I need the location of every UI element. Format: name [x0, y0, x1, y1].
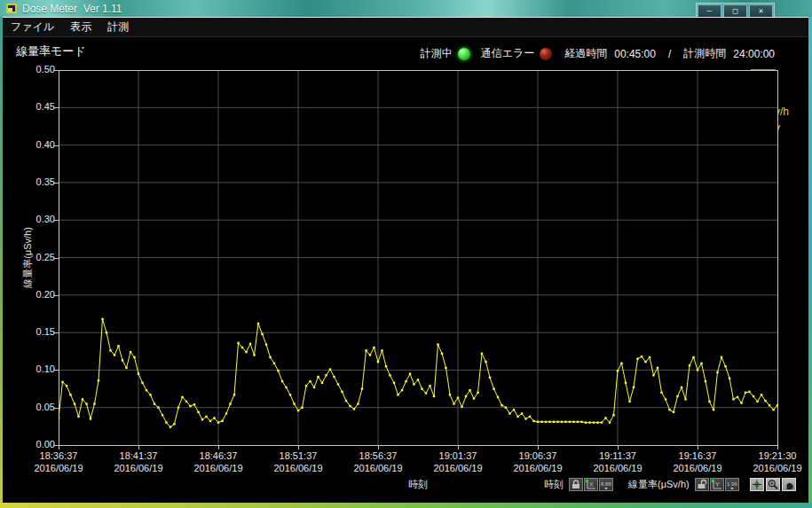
x-tick-label: 19:11:372016/06/19: [578, 449, 658, 474]
window-title: Dose Meter Ver 1.11: [22, 3, 122, 15]
lock-closed-icon: [570, 479, 582, 490]
scale-format-icon: 1.99: [726, 479, 738, 490]
svg-text:8.88: 8.88: [601, 481, 611, 487]
y-axis-title: 線量率(μSv/h): [21, 205, 35, 311]
svg-text:1.99: 1.99: [727, 481, 737, 487]
y-tick-label: 0.40: [16, 139, 55, 150]
close-button[interactable]: ✕: [749, 4, 773, 18]
menu-bar: ファイル 表示 計測: [3, 17, 808, 37]
y-tick-label: 0.15: [16, 326, 55, 337]
window-border-bottom: [0, 503, 812, 508]
x-scale-lock-button[interactable]: [569, 478, 583, 491]
status-row: 計測中 通信エラー 経過時間 00:45:00 / 計測時間 24:00:00: [421, 46, 775, 61]
x-tick-mark: [59, 445, 59, 449]
menu-view[interactable]: 表示: [62, 20, 99, 35]
x-tick-mark: [138, 445, 139, 449]
pan-tool-button[interactable]: [782, 478, 796, 491]
y-tick-label: 0.05: [16, 402, 55, 412]
comm-error-led-icon: [540, 48, 552, 60]
x-tick-label: 19:01:372016/06/19: [418, 449, 498, 474]
crosshair-icon: [751, 479, 763, 490]
y-tick-label: 0.50: [16, 64, 55, 74]
measure-duration-value: 24:00:00: [733, 48, 775, 60]
comm-error-label: 通信エラー: [481, 46, 535, 61]
elapsed-time-value: 00:45:00: [614, 48, 656, 60]
title-bar[interactable]: Dose Meter Ver 1.11 — □ ✕: [0, 0, 812, 17]
y-format-button[interactable]: 1.99: [725, 478, 739, 491]
y-tick-mark: [53, 107, 59, 108]
measure-duration-label: 計測時間: [683, 46, 726, 61]
y-tick-mark: [53, 295, 59, 296]
window-border-left: [0, 17, 3, 508]
y-tick-mark: [53, 220, 59, 221]
x-tick-mark: [777, 445, 778, 449]
x-tick-mark: [698, 445, 698, 449]
measuring-led-icon: [458, 48, 470, 60]
x-tick-mark: [458, 445, 459, 449]
y-tick-mark: [53, 370, 59, 371]
x-tick-label: 18:41:372016/06/19: [99, 449, 178, 474]
x-axis-title: 時刻: [378, 478, 458, 491]
x-tick-mark: [378, 445, 379, 449]
x-tick-label: 18:56:372016/06/19: [338, 449, 418, 474]
x-autoscale-button[interactable]: X: [584, 478, 598, 491]
y-tick-label: 0.10: [16, 363, 55, 374]
y-tick-mark: [53, 183, 59, 184]
zoom-tool-button[interactable]: [766, 478, 780, 491]
x-tick-mark: [218, 445, 219, 449]
y-tick-mark: [53, 258, 59, 259]
x-tick-label: 18:36:372016/06/19: [19, 449, 99, 474]
x-tick-label: 19:21:302016/06/19: [737, 449, 812, 474]
magnifier-icon: [767, 479, 779, 490]
y-tick-mark: [53, 145, 59, 146]
y-autoscale-button[interactable]: Y: [710, 478, 724, 491]
x-tick-mark: [618, 445, 619, 449]
time-separator: /: [668, 48, 671, 60]
x-palette-label: 時刻: [544, 478, 564, 491]
y-tick-label: 0.35: [16, 176, 55, 187]
measuring-label: 計測中: [421, 46, 453, 61]
lock-open-icon: [696, 479, 708, 490]
scale-format-icon: 8.88: [600, 479, 612, 490]
app-icon: [6, 4, 17, 13]
y-tick-mark: [53, 332, 59, 333]
window-border-right: [808, 17, 812, 508]
y-tick-label: 0.00: [16, 439, 55, 449]
elapsed-time-label: 経過時間: [564, 46, 607, 61]
svg-text:X: X: [589, 481, 594, 488]
x-tick-label: 19:06:372016/06/19: [498, 449, 578, 474]
x-tick-label: 18:51:372016/06/19: [258, 449, 338, 474]
hand-icon: [783, 479, 795, 490]
menu-measure[interactable]: 計測: [99, 20, 137, 35]
y-tick-mark: [53, 408, 59, 409]
svg-text:Y: Y: [715, 481, 720, 488]
x-format-button[interactable]: 8.88: [599, 478, 613, 491]
graph-palette: 時刻 X 8.88 線量率(μSv/h): [544, 478, 798, 491]
x-tick-mark: [298, 445, 299, 449]
y-tick-mark: [53, 70, 59, 71]
maximize-button[interactable]: □: [723, 4, 747, 18]
app-window: Dose Meter Ver 1.11 — □ ✕ ファイル 表示 計測 線量率…: [0, 0, 812, 508]
autoscale-on-indicator: [586, 480, 588, 482]
menu-file[interactable]: ファイル: [3, 20, 62, 35]
autoscale-on-indicator: [712, 480, 714, 482]
cursor-tool-button[interactable]: [750, 478, 764, 491]
dose-rate-chart[interactable]: [59, 70, 778, 446]
x-tick-label: 18:46:372016/06/19: [178, 449, 258, 474]
mode-title: 線量率モード: [16, 43, 86, 59]
minimize-button[interactable]: —: [698, 4, 721, 18]
y-tick-label: 0.45: [16, 101, 55, 112]
x-tick-mark: [538, 445, 539, 449]
y-palette-label: 線量率(μSv/h): [628, 478, 690, 491]
x-tick-label: 19:16:372016/06/19: [658, 449, 737, 474]
y-scale-lock-button[interactable]: [695, 478, 709, 491]
